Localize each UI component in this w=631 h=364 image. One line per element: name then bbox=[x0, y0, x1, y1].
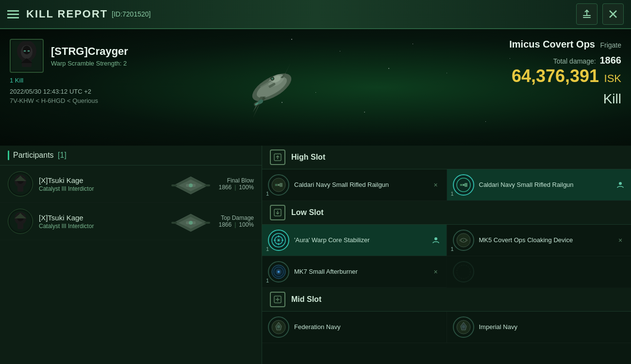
isk-label: ISK bbox=[604, 72, 621, 84]
kill-result: Kill bbox=[509, 91, 621, 107]
svg-rect-31 bbox=[17, 186, 23, 192]
svg-point-65 bbox=[278, 239, 280, 241]
participant-name: [X]Tsuki Kage bbox=[39, 214, 163, 222]
slot-item-name: Caldari Navy Small Rifled Railgun bbox=[479, 181, 611, 189]
kill-location: 7V-KHW < H-6HGD < Querious bbox=[10, 97, 233, 104]
svg-point-78 bbox=[278, 271, 280, 273]
ship-type: Frigate bbox=[600, 41, 621, 49]
stat-percent: 100% bbox=[239, 184, 254, 191]
kill-id: [ID:7201520] bbox=[112, 10, 150, 18]
participant-info: [X]Tsuki Kage Catalyst III Interdictor bbox=[39, 214, 163, 230]
slot-item-icon bbox=[268, 230, 289, 251]
participant-info: [X]Tsuki Kage Catalyst III Interdictor bbox=[39, 176, 163, 192]
svg-rect-52 bbox=[280, 183, 282, 187]
svg-rect-47 bbox=[204, 222, 210, 224]
slot-item-name: MK7 Small Afterburner bbox=[294, 268, 426, 276]
svg-point-88 bbox=[462, 325, 465, 328]
ship-name: Imicus Covert Ops bbox=[509, 39, 595, 50]
slot-item[interactable]: 1 Caldari Navy Small Rifled Railgun × bbox=[262, 169, 447, 201]
svg-point-85 bbox=[277, 325, 280, 328]
slot-item-dismiss[interactable]: × bbox=[431, 180, 441, 190]
svg-point-60 bbox=[619, 182, 622, 185]
svg-rect-42 bbox=[17, 223, 23, 229]
slot-item-icon bbox=[268, 261, 289, 282]
export-button[interactable] bbox=[576, 3, 598, 25]
low-slot-icon bbox=[270, 205, 285, 220]
slot-item-name: Federation Navy bbox=[294, 323, 441, 331]
slot-item[interactable]: Federation Navy bbox=[262, 312, 447, 343]
low-slot-title: Low Slot bbox=[291, 208, 324, 217]
low-slot-header: Low Slot bbox=[262, 201, 631, 225]
participant-item[interactable]: [X]Tsuki Kage Catalyst III Interdictor bbox=[0, 165, 262, 203]
player-subtitle: Warp Scramble Strength: 2 bbox=[51, 60, 128, 67]
hero-right: Imicus Covert Ops Frigate Total damage: … bbox=[509, 39, 621, 107]
low-slot-items: 1 'Aura' Warp Core Stabilizer bbox=[262, 225, 631, 256]
mid-slot-items: Federation Navy Imperial Navy bbox=[262, 312, 631, 343]
svg-point-48 bbox=[189, 221, 193, 225]
participant-item[interactable]: [X]Tsuki Kage Catalyst III Interdictor bbox=[0, 203, 262, 240]
svg-point-70 bbox=[434, 237, 437, 240]
total-damage-value: 1866 bbox=[600, 55, 622, 66]
slot-item-dismiss[interactable]: × bbox=[615, 235, 625, 245]
svg-rect-36 bbox=[204, 184, 210, 186]
isk-value: 64,376,391 bbox=[512, 66, 599, 86]
svg-rect-46 bbox=[171, 222, 177, 224]
page-title: KILL REPORT bbox=[26, 8, 108, 20]
hero-left: [STRG]Crayger Warp Scramble Strength: 2 … bbox=[0, 29, 243, 146]
mid-slot-header: Mid Slot bbox=[262, 288, 631, 312]
svg-point-37 bbox=[189, 183, 193, 187]
slot-item-icon bbox=[453, 230, 474, 251]
svg-rect-1 bbox=[583, 17, 591, 18]
slot-item-dismiss[interactable]: × bbox=[431, 267, 441, 277]
stat-damage: 1866 bbox=[218, 221, 232, 228]
slot-item[interactable]: 1 MK5 Covert Ops Cloaking Device × bbox=[447, 225, 631, 256]
participant-ship-image bbox=[169, 211, 213, 232]
participants-panel: Participants [1] [X]Tsuki Kage Catalyst … bbox=[0, 146, 262, 364]
slot-item-user[interactable] bbox=[431, 235, 441, 245]
mid-slot-icon bbox=[270, 292, 285, 307]
slot-item[interactable]: Imperial Navy bbox=[447, 312, 631, 343]
slot-item-name: 'Aura' Warp Core Stabilizer bbox=[294, 236, 426, 245]
menu-button[interactable] bbox=[7, 10, 19, 18]
svg-rect-35 bbox=[171, 184, 177, 186]
svg-rect-0 bbox=[583, 15, 591, 16]
header: KILL REPORT [ID:7201520] bbox=[0, 0, 631, 29]
slot-item-icon bbox=[453, 174, 474, 196]
participant-ship-image bbox=[169, 173, 213, 195]
ship-image bbox=[209, 39, 335, 136]
participant-name: [X]Tsuki Kage bbox=[39, 176, 163, 184]
svg-point-73 bbox=[463, 240, 464, 241]
svg-point-79 bbox=[457, 265, 470, 279]
slot-item-user[interactable] bbox=[615, 180, 625, 190]
mid-slot-title: Mid Slot bbox=[291, 295, 321, 304]
svg-point-9 bbox=[28, 50, 30, 52]
kill-count[interactable]: 1 Kill bbox=[10, 77, 233, 84]
participant-avatar bbox=[8, 171, 33, 197]
player-name: [STRG]Crayger bbox=[51, 45, 128, 58]
avatar bbox=[10, 39, 44, 73]
svg-point-8 bbox=[24, 50, 26, 52]
slot-item[interactable]: 1 'Aura' Warp Core Stabilizer bbox=[262, 225, 447, 256]
participant-stats: Final Blow 1866 | 100% bbox=[218, 177, 254, 191]
stat-percent: 100% bbox=[239, 221, 254, 228]
slot-item[interactable]: 1 Caldari Navy Small Rifled Railgun bbox=[447, 169, 631, 201]
participant-stats: Top Damage 1866 | 100% bbox=[218, 215, 254, 228]
participants-title: Participants [1] bbox=[13, 151, 66, 160]
participants-header: Participants [1] bbox=[0, 146, 262, 165]
slot-item-name: MK5 Covert Ops Cloaking Device bbox=[479, 236, 611, 245]
low-slot-row2: 1 MK7 Small Afterburner × bbox=[262, 256, 631, 288]
slots-panel: High Slot 1 Caldari Navy Small Rifled Ra… bbox=[262, 146, 631, 364]
slot-item-name: Caldari Navy Small Rifled Railgun bbox=[294, 181, 426, 189]
slot-item-icon bbox=[268, 174, 289, 196]
slot-item-icon bbox=[268, 316, 289, 338]
slot-item[interactable]: 1 MK7 Small Afterburner × bbox=[262, 256, 447, 288]
close-button[interactable] bbox=[602, 3, 624, 25]
kill-datetime: 2022/05/30 12:43:12 UTC +2 bbox=[10, 88, 233, 95]
participants-bar-accent bbox=[8, 150, 9, 160]
slot-item-icon-empty bbox=[453, 261, 474, 282]
slot-item-empty bbox=[447, 256, 631, 288]
participant-ship: Catalyst III Interdictor bbox=[39, 223, 163, 230]
slot-item-name: Imperial Navy bbox=[479, 323, 626, 331]
slot-item-icon bbox=[453, 316, 474, 338]
stat-damage: 1866 bbox=[218, 184, 232, 191]
